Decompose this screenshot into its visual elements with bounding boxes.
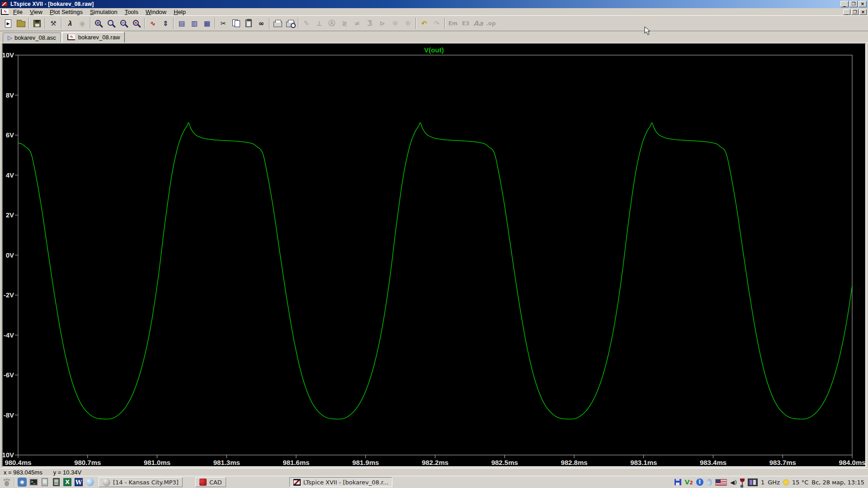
task-cad[interactable]: CAD [195, 477, 226, 487]
inductor-button: Ʒ [363, 17, 376, 29]
tab-label: bokarev_08.asc [14, 34, 56, 41]
globe-icon [86, 478, 94, 486]
tile-horizontal-button[interactable]: ▤ [175, 17, 188, 29]
wire-button: ✎ [300, 17, 313, 29]
speaker-icon[interactable]: ◀) [730, 479, 737, 486]
menu-tools[interactable]: Tools [121, 9, 142, 15]
bluetooth-icon[interactable]: ᛒ [696, 479, 703, 486]
inductor-icon: Ʒ [367, 19, 373, 28]
water-drop-icon[interactable] [707, 479, 712, 485]
v2-tray-icon[interactable]: V2 [684, 479, 693, 486]
save-button[interactable] [31, 17, 43, 29]
wine-icon[interactable] [740, 479, 745, 486]
task-label: CAD [209, 479, 222, 486]
hammer-icon: ⚒ [50, 19, 56, 28]
copy-button[interactable] [230, 17, 242, 29]
calculator-launcher[interactable] [51, 477, 61, 487]
close-button[interactable]: × [859, 1, 867, 7]
floppy-tray-icon[interactable] [675, 479, 681, 485]
minimize-button[interactable]: _ [840, 1, 849, 7]
cut-button[interactable]: ✂ [217, 17, 230, 29]
x-tick-label: 981.9ms [352, 459, 379, 466]
print-preview-button[interactable] [284, 17, 297, 29]
undo-button[interactable]: ↶ [418, 17, 430, 29]
cpu-meter-icon[interactable] [748, 479, 758, 486]
waveform-pane[interactable]: V(out) 10V8V6V4V2V0V-2V-4V-6V-8V-10V980.… [2, 43, 866, 467]
tab-bokarev_08.asc[interactable]: ▷bokarev_08.asc [3, 33, 61, 42]
word-launcher[interactable]: W [74, 477, 84, 487]
cad-icon [199, 479, 207, 486]
screenshot-launcher[interactable]: ◉ [17, 477, 27, 487]
zoom-out-button[interactable]: − [118, 17, 130, 29]
magnifier-minus-icon: − [120, 20, 126, 26]
binoculars-icon: ∞ [259, 19, 264, 28]
tile-horizontal-icon: ▤ [179, 19, 185, 28]
device-launcher[interactable] [40, 477, 50, 487]
title-bar: LTspice XVII - [bokarev_08.raw] _ ❐ × [0, 0, 868, 8]
y-tick-label: -2V [4, 291, 14, 299]
menu-help[interactable]: Help [170, 9, 189, 15]
y-tick-label: -8V [4, 411, 14, 419]
print-button[interactable] [271, 17, 284, 29]
control-panel-button[interactable]: ⚒ [47, 17, 60, 29]
system-tray: V2ᛒ◀)1GHz15 °CВс, 28 мар, 13:15 [675, 479, 866, 486]
tab-label: bokarev_08.raw [78, 34, 120, 41]
autorange-button[interactable]: ∿ [146, 17, 159, 29]
open-file-button[interactable] [14, 17, 27, 29]
capacitor-button: ≠ [351, 17, 363, 29]
task-media-player[interactable]: [14 - Kansas City.MP3] [99, 477, 183, 487]
menu-plot-settings[interactable]: Plot Settings [46, 9, 86, 15]
x-tick-label: 983.7ms [769, 459, 796, 466]
toolbar-separator [45, 18, 46, 29]
excel-launcher[interactable]: X [62, 477, 72, 487]
x-tick-label: 981.6ms [283, 459, 309, 466]
task-label: LTspice XVII - [bokarev_08.r... [303, 479, 389, 486]
menu-window[interactable]: Window [142, 9, 170, 15]
mdi-minimize-button[interactable]: _ [843, 9, 850, 15]
copy-icon [232, 19, 240, 27]
mdi-restore-button[interactable]: ❐ [851, 9, 859, 15]
taskbar: ◉>_XW [14 - Kansas City.MP3]CADLTspice X… [0, 476, 868, 488]
toolbar-separator [173, 18, 174, 29]
open-folder-icon [17, 21, 25, 27]
start-menu-button[interactable] [2, 477, 12, 487]
tile-vertical-button[interactable]: ▥ [188, 17, 201, 29]
cascade-windows-button[interactable]: ▦ [201, 17, 213, 29]
new-schematic-button[interactable]: ▶ [2, 17, 14, 29]
x-tick-label: 980.7ms [74, 459, 101, 466]
us-flag-icon[interactable] [715, 479, 727, 486]
document-icon[interactable]: ∿ [1, 9, 9, 15]
menu-simulation[interactable]: Simulation [86, 9, 121, 15]
net-label-button: Ⓐ [326, 17, 338, 29]
zoom-full-extents-button[interactable]: ✕ [130, 17, 143, 29]
paste-button[interactable] [242, 17, 255, 29]
terminal-launcher[interactable]: >_ [28, 477, 38, 487]
waveform-plot[interactable]: 10V8V6V4V2V0V-2V-4V-6V-8V-10V980.4ms980.… [3, 44, 865, 466]
globe-launcher[interactable] [85, 477, 95, 487]
y-tick-label: 0V [6, 251, 14, 259]
temperature-label: 15 °C [792, 479, 808, 486]
clipboard-icon [245, 19, 252, 27]
redo-arrow-icon: ↷ [434, 19, 440, 28]
menu-file[interactable]: File [9, 9, 26, 15]
y-tick-label: -6V [4, 371, 14, 379]
x-tick-label: 981.0ms [144, 459, 170, 466]
find-button[interactable]: ∞ [255, 17, 268, 29]
zoom-in-button[interactable]: + [92, 17, 105, 29]
toolbar-separator [28, 18, 29, 29]
autorange-y-button[interactable]: ⇕ [159, 17, 172, 29]
run-button[interactable]: λ [63, 17, 76, 29]
task-ltspice[interactable]: LTspice XVII - [bokarev_08.r... [289, 477, 393, 487]
scissors-icon: ✂ [221, 19, 226, 28]
tab-bokarev_08.raw[interactable]: ∿bokarev_08.raw [61, 32, 125, 42]
spice-directive-button: .op [485, 17, 497, 29]
printer-magnifier-icon [286, 22, 295, 27]
y-tick-label: -10V [3, 451, 14, 459]
zoom-area-button[interactable] [105, 17, 118, 29]
mdi-close-button[interactable]: × [859, 9, 867, 15]
toolbar-separator [215, 18, 216, 29]
toolbar-separator [90, 18, 91, 29]
menu-view[interactable]: View [26, 9, 46, 15]
trace-label[interactable]: V(out) [3, 46, 865, 54]
restore-button[interactable]: ❐ [849, 1, 858, 7]
